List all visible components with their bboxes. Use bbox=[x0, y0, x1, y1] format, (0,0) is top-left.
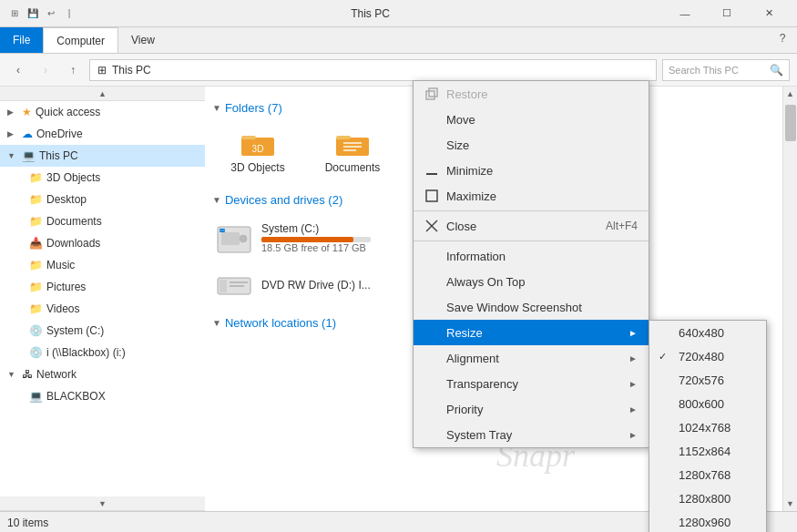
menu-item-resize[interactable]: Resize ► 640x480 ✓ 720x480 720x576 bbox=[414, 320, 649, 345]
menu-label-savescreenshot: Save Window Screenshot bbox=[446, 301, 638, 314]
menu-item-maximize[interactable]: Maximize bbox=[414, 183, 649, 209]
menu-separator-1 bbox=[414, 210, 649, 211]
submenu-item-1280x800[interactable]: 1280x800 bbox=[649, 486, 766, 510]
submenu-label-720x576: 720x576 bbox=[679, 373, 724, 387]
menu-item-close[interactable]: Close Alt+F4 bbox=[414, 213, 649, 239]
menu-shortcut-close: Alt+F4 bbox=[606, 220, 638, 232]
context-menu: Restore Move Size Minimize Maximize bbox=[413, 80, 649, 448]
svg-rect-22 bbox=[426, 91, 434, 99]
minimize-icon bbox=[424, 164, 439, 177]
menu-label-close: Close bbox=[446, 220, 598, 233]
submenu-arrow-systemtray: ► bbox=[628, 430, 638, 440]
menu-item-systemtray[interactable]: System Tray ► bbox=[414, 422, 649, 447]
submenu-arrow-alignment: ► bbox=[628, 353, 638, 363]
menu-label-information: Information bbox=[446, 250, 638, 263]
menu-label-minimize: Minimize bbox=[446, 164, 638, 178]
submenu-item-720x576[interactable]: 720x576 bbox=[649, 368, 766, 392]
menu-item-restore[interactable]: Restore bbox=[414, 81, 649, 107]
submenu-label-1280x768: 1280x768 bbox=[679, 468, 731, 482]
submenu-label-1280x960: 1280x960 bbox=[679, 516, 731, 529]
submenu-label-640x480: 640x480 bbox=[679, 326, 724, 340]
menu-item-priority[interactable]: Priority ► bbox=[414, 396, 649, 422]
menu-item-minimize[interactable]: Minimize bbox=[414, 158, 649, 183]
menu-label-move: Move bbox=[446, 113, 638, 127]
submenu-label-1024x768: 1024x768 bbox=[679, 421, 731, 435]
menu-label-restore: Restore bbox=[446, 87, 638, 101]
submenu-label-800x600: 800x600 bbox=[679, 397, 724, 411]
menu-item-move[interactable]: Move bbox=[414, 107, 649, 132]
menu-item-alignment[interactable]: Alignment ► bbox=[414, 345, 649, 371]
svg-rect-25 bbox=[426, 190, 437, 201]
menu-label-alwaysontop: Always On Top bbox=[446, 275, 638, 289]
menu-label-alignment: Alignment bbox=[446, 352, 621, 365]
submenu-item-800x600[interactable]: 800x600 bbox=[649, 392, 766, 415]
close-icon bbox=[424, 220, 439, 232]
submenu-item-720x480[interactable]: ✓ 720x480 bbox=[649, 344, 766, 368]
menu-item-savescreenshot[interactable]: Save Window Screenshot bbox=[414, 294, 649, 320]
context-menu-overlay[interactable]: Restore Move Size Minimize Maximize bbox=[0, 0, 797, 532]
submenu-item-640x480[interactable]: 640x480 bbox=[649, 321, 766, 344]
menu-label-maximize: Maximize bbox=[446, 189, 638, 203]
menu-label-systemtray: System Tray bbox=[446, 428, 621, 442]
check-mark: ✓ bbox=[659, 351, 673, 363]
submenu-item-1280x768[interactable]: 1280x768 bbox=[649, 463, 766, 486]
menu-label-transparency: Transparency bbox=[446, 377, 621, 391]
submenu-item-1280x960[interactable]: 1280x960 bbox=[649, 510, 766, 532]
submenu-label-720x480: 720x480 bbox=[679, 350, 724, 363]
submenu-item-1024x768[interactable]: 1024x768 bbox=[649, 415, 766, 439]
menu-label-priority: Priority bbox=[446, 403, 621, 416]
menu-label-resize: Resize bbox=[446, 326, 621, 340]
submenu-arrow-priority: ► bbox=[628, 404, 638, 414]
submenu-label-1152x864: 1152x864 bbox=[679, 445, 731, 458]
menu-item-alwaysontop[interactable]: Always On Top bbox=[414, 269, 649, 294]
submenu-arrow-resize: ► bbox=[628, 328, 638, 338]
maximize-icon bbox=[424, 189, 439, 202]
menu-label-size: Size bbox=[446, 138, 638, 152]
restore-icon bbox=[424, 87, 439, 100]
menu-item-size[interactable]: Size bbox=[414, 132, 649, 158]
svg-rect-23 bbox=[429, 88, 437, 97]
svg-rect-24 bbox=[426, 173, 437, 175]
menu-separator-2 bbox=[414, 240, 649, 241]
submenu-arrow-transparency: ► bbox=[628, 379, 638, 389]
submenu-label-1280x800: 1280x800 bbox=[679, 492, 731, 506]
menu-item-transparency[interactable]: Transparency ► bbox=[414, 371, 649, 396]
submenu-item-1152x864[interactable]: 1152x864 bbox=[649, 439, 766, 463]
resize-submenu: 640x480 ✓ 720x480 720x576 800x600 1024x7… bbox=[649, 320, 767, 532]
menu-item-information[interactable]: Information bbox=[414, 243, 649, 269]
